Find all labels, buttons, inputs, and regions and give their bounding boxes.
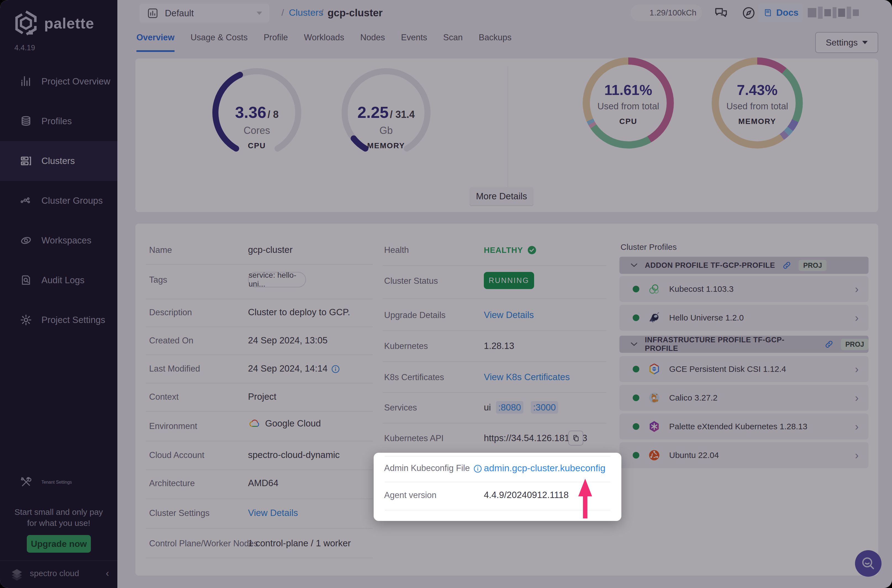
cluster-status-badge[interactable]: RUNNING bbox=[484, 272, 534, 289]
palette-logo-icon bbox=[12, 9, 40, 37]
row-divider bbox=[146, 558, 373, 558]
sidebar-item-label: Profiles bbox=[41, 116, 72, 126]
sidebar-item-clusters[interactable]: Clusters bbox=[0, 141, 117, 181]
sidebar-item-project-settings[interactable]: Project Settings bbox=[0, 300, 117, 340]
row-divider bbox=[146, 299, 373, 299]
tab-profile[interactable]: Profile bbox=[264, 33, 288, 52]
breadcrumb-clusters-link[interactable]: Clusters bbox=[289, 7, 323, 18]
status-dot bbox=[633, 366, 639, 372]
addon-profile-section-header[interactable]: ADDON PROFILE TF-GCP-PROFILE PROJ bbox=[619, 257, 868, 274]
profile-item-hello-universe[interactable]: Hello Universe 1.2.0 › bbox=[619, 305, 868, 331]
info-icon[interactable] bbox=[331, 364, 340, 374]
upgrade-details-link[interactable]: View Details bbox=[484, 310, 534, 320]
profile-item-name: Calico 3.27.2 bbox=[669, 393, 847, 402]
sidebar-item-tenant-settings[interactable]: Tenant Settings bbox=[0, 462, 117, 502]
profile-item-gce-disk[interactable]: GCE Persistent Disk CSI 1.12.4 › bbox=[619, 356, 868, 382]
tab-usage-costs[interactable]: Usage & Costs bbox=[191, 33, 248, 52]
tools-icon bbox=[20, 476, 32, 488]
info-icon[interactable] bbox=[473, 464, 482, 473]
collapse-sidebar-icon[interactable]: ‹ bbox=[106, 568, 109, 579]
row-divider bbox=[146, 327, 373, 327]
row-divider bbox=[385, 510, 610, 510]
promo-text-line2: for what you use! bbox=[0, 518, 117, 528]
tag-pill[interactable]: service: hello-uni... bbox=[248, 272, 306, 287]
gear-icon bbox=[20, 314, 32, 326]
infrastructure-profile-section-header[interactable]: INFRASTRUCTURE PROFILE TF-GCP-PROFILE PR… bbox=[619, 336, 868, 353]
service-port-8080[interactable]: :8080 bbox=[496, 401, 523, 414]
architecture-label: Architecture bbox=[149, 478, 195, 488]
kubernetes-api-label: Kubernetes API bbox=[384, 434, 443, 443]
spotlight-box: Admin Kubeconfig File admin.gcp-cluster.… bbox=[374, 453, 622, 521]
copy-icon bbox=[572, 434, 580, 442]
user-account-redacted[interactable] bbox=[808, 6, 859, 20]
copy-api-button[interactable] bbox=[568, 430, 583, 446]
memory-donut-subtitle: Used from total bbox=[712, 101, 803, 111]
project-selector[interactable]: Default bbox=[140, 4, 269, 22]
description-label: Description bbox=[149, 308, 192, 318]
search-fab-button[interactable] bbox=[855, 550, 881, 577]
row-divider bbox=[146, 441, 373, 441]
profile-item-calico[interactable]: Calico 3.27.2 › bbox=[619, 385, 868, 411]
cluster-settings-label: Cluster Settings bbox=[149, 508, 210, 518]
more-details-button[interactable]: More Details bbox=[470, 187, 533, 206]
last-modified-value: 24 Sep 2024, 14:14 bbox=[248, 363, 340, 374]
link-icon bbox=[782, 261, 791, 270]
proj-badge: PROJ bbox=[841, 339, 868, 350]
k8s-certificates-link[interactable]: View K8s Certificates bbox=[484, 372, 570, 382]
app-version: 4.4.19 bbox=[14, 44, 35, 52]
sidebar-item-label: Clusters bbox=[41, 156, 75, 166]
service-port-3000[interactable]: :3000 bbox=[531, 401, 558, 414]
sidebar-item-profiles[interactable]: Profiles bbox=[0, 101, 117, 141]
tab-backups[interactable]: Backups bbox=[479, 33, 511, 52]
cloud-account-value: spectro-cloud-dynamic bbox=[248, 450, 340, 460]
admin-kubeconfig-link[interactable]: admin.gcp-cluster.kubeconfig bbox=[484, 463, 605, 473]
tab-workloads[interactable]: Workloads bbox=[304, 33, 344, 52]
row-divider bbox=[383, 392, 607, 393]
project-selector-value: Default bbox=[165, 8, 251, 18]
chevron-down-icon bbox=[257, 12, 262, 15]
row-divider bbox=[385, 482, 610, 482]
cpu-donut-label: CPU bbox=[583, 117, 674, 126]
memory-donut-percent: 7.43% bbox=[712, 82, 803, 98]
environment-value: Google Cloud bbox=[248, 418, 321, 429]
link-icon bbox=[824, 339, 834, 349]
tab-scan[interactable]: Scan bbox=[443, 33, 463, 52]
tab-nodes[interactable]: Nodes bbox=[360, 33, 385, 52]
cluster-status-label: Cluster Status bbox=[384, 276, 438, 286]
tab-overview[interactable]: Overview bbox=[137, 33, 174, 52]
docs-button[interactable]: Docs bbox=[759, 3, 802, 22]
pink-arrow-annotation bbox=[577, 478, 593, 519]
sidebar-item-audit-logs[interactable]: Audit Logs bbox=[0, 260, 117, 300]
sidebar-item-project-overview[interactable]: Project Overview bbox=[0, 62, 117, 101]
chevron-right-icon: › bbox=[855, 363, 859, 375]
cpu-gauge: 3.36 / 8 Cores CPU bbox=[210, 66, 304, 159]
tab-events[interactable]: Events bbox=[401, 33, 427, 52]
metrics-divider bbox=[508, 66, 508, 204]
row-divider bbox=[146, 528, 373, 529]
memory-gauge: 2.25 / 31.4 Gb MEMORY bbox=[339, 66, 433, 159]
settings-button[interactable]: Settings bbox=[815, 32, 878, 53]
profile-item-ubuntu[interactable]: Ubuntu 22.04 › bbox=[619, 442, 868, 468]
profile-item-name: Kubecost 1.103.3 bbox=[669, 284, 847, 294]
chat-icon[interactable] bbox=[713, 6, 728, 20]
sidebar-item-label: Project Settings bbox=[41, 315, 105, 325]
breadcrumb-separator2: / bbox=[321, 7, 323, 18]
sidebar-item-workspaces[interactable]: Workspaces bbox=[0, 220, 117, 260]
row-divider bbox=[385, 456, 610, 457]
kubernetes-label: Kubernetes bbox=[384, 341, 428, 351]
cpu-donut-percent: 11.61% bbox=[583, 82, 674, 98]
help-compass-icon[interactable] bbox=[741, 6, 756, 20]
cpu-unit: Cores bbox=[210, 125, 304, 136]
cluster-settings-link[interactable]: View Details bbox=[248, 508, 298, 518]
upgrade-now-button[interactable]: Upgrade now bbox=[27, 535, 91, 553]
memory-gauge-label: MEMORY bbox=[339, 141, 433, 150]
profile-item-kubecost[interactable]: Kubecost 1.103.3 › bbox=[619, 276, 868, 302]
profile-item-pxk[interactable]: Palette eXtended Kubernetes 1.28.13 › bbox=[619, 414, 868, 440]
nodes-value: 1 control-plane / 1 worker bbox=[248, 538, 351, 549]
google-cloud-icon bbox=[248, 419, 261, 428]
sidebar-item-cluster-groups[interactable]: Cluster Groups bbox=[0, 181, 117, 220]
k8s-certificates-label: K8s Certificates bbox=[384, 372, 444, 382]
search-smile-icon bbox=[861, 556, 875, 571]
context-value: Project bbox=[248, 392, 276, 402]
chevron-right-icon: › bbox=[855, 312, 859, 324]
